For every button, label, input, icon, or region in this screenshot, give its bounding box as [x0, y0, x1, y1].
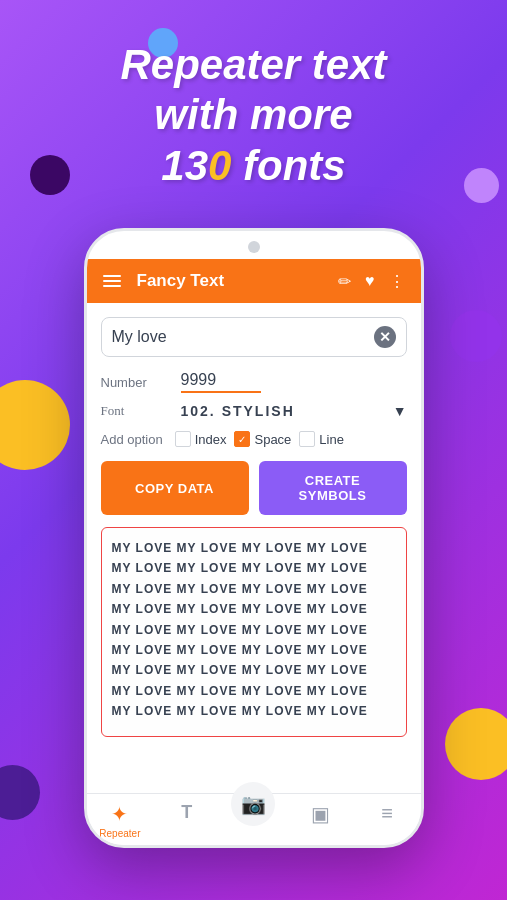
index-option[interactable]: Index	[175, 431, 227, 447]
result-line: MY LOVE MY LOVE MY LOVE MY LOVE	[112, 640, 396, 660]
add-option-label: Add option	[101, 432, 163, 447]
index-label: Index	[195, 432, 227, 447]
nav-repeater[interactable]: ✦ Repeater	[87, 802, 154, 839]
bottom-navigation: ✦ Repeater T 📷 ▣ ≡	[87, 793, 421, 845]
result-line: MY LOVE MY LOVE MY LOVE MY LOVE	[112, 558, 396, 578]
camera-icon: 📷	[241, 792, 266, 816]
deco-circle-yellow-left	[0, 380, 70, 470]
repeater-icon: ✦	[111, 802, 128, 826]
heart-icon[interactable]: ♥	[365, 272, 375, 290]
clear-button[interactable]: ✕	[374, 326, 396, 348]
font-name: 102. STYLISH	[181, 403, 295, 419]
result-area: MY LOVE MY LOVE MY LOVE MY LOVEMY LOVE M…	[101, 527, 407, 737]
search-bar: ✕	[101, 317, 407, 357]
hero-line3-highlight: 0	[208, 142, 231, 189]
font-selector[interactable]: 102. STYLISH ▼	[181, 403, 407, 419]
create-symbols-button[interactable]: CREATE SYMBOLS	[259, 461, 407, 515]
line-option[interactable]: Line	[299, 431, 344, 447]
pencil-icon[interactable]: ✏	[338, 272, 351, 291]
phone-mockup: Fancy Text ✏ ♥ ⋮ ✕ Number Font 102. STYL…	[84, 228, 424, 848]
index-checkbox[interactable]	[175, 431, 191, 447]
action-buttons: COPY DATA CREATE SYMBOLS	[101, 461, 407, 515]
hero-line3: 130 fonts	[20, 141, 487, 191]
hero-line2: with more	[20, 90, 487, 140]
app-content: ✕ Number Font 102. STYLISH ▼ Add option …	[87, 303, 421, 751]
app-title: Fancy Text	[137, 271, 323, 291]
dropdown-arrow-icon: ▼	[393, 403, 407, 419]
number-label: Number	[101, 375, 181, 390]
repeater-label: Repeater	[99, 828, 140, 839]
space-label: Space	[254, 432, 291, 447]
result-line: MY LOVE MY LOVE MY LOVE MY LOVE	[112, 620, 396, 640]
image-icon: ▣	[311, 802, 330, 826]
space-checkbox[interactable]	[234, 431, 250, 447]
font-row: Font 102. STYLISH ▼	[101, 403, 407, 419]
hero-text: Repeater text with more 130 fonts	[0, 40, 507, 191]
hero-line3-prefix: 13	[161, 142, 208, 189]
result-line: MY LOVE MY LOVE MY LOVE MY LOVE	[112, 681, 396, 701]
nav-image[interactable]: ▣	[287, 802, 354, 839]
result-line: MY LOVE MY LOVE MY LOVE MY LOVE	[112, 660, 396, 680]
text-icon: T	[181, 802, 192, 823]
result-line: MY LOVE MY LOVE MY LOVE MY LOVE	[112, 538, 396, 558]
list-icon: ≡	[381, 802, 393, 825]
line-label: Line	[319, 432, 344, 447]
line-checkbox[interactable]	[299, 431, 315, 447]
result-line: MY LOVE MY LOVE MY LOVE MY LOVE	[112, 599, 396, 619]
number-input[interactable]	[181, 371, 261, 393]
phone-notch	[248, 241, 260, 253]
header-icons: ✏ ♥ ⋮	[338, 272, 405, 291]
result-line: MY LOVE MY LOVE MY LOVE MY LOVE	[112, 701, 396, 721]
result-text: MY LOVE MY LOVE MY LOVE MY LOVEMY LOVE M…	[112, 538, 396, 722]
deco-circle-dark-bottom	[0, 765, 40, 820]
camera-button[interactable]: 📷	[231, 782, 275, 826]
nav-text[interactable]: T	[153, 802, 220, 839]
deco-circle-yellow-right	[445, 708, 507, 780]
hero-line1: Repeater text	[20, 40, 487, 90]
font-label: Font	[101, 403, 181, 419]
search-input[interactable]	[112, 328, 374, 346]
deco-circle-purple-mid	[450, 310, 502, 362]
space-option[interactable]: Space	[234, 431, 291, 447]
copy-data-button[interactable]: COPY DATA	[101, 461, 249, 515]
options-row: Add option Index Space Line	[101, 431, 407, 447]
hamburger-menu-icon[interactable]	[103, 275, 121, 287]
result-line: MY LOVE MY LOVE MY LOVE MY LOVE	[112, 579, 396, 599]
number-row: Number	[101, 371, 407, 393]
app-header: Fancy Text ✏ ♥ ⋮	[87, 259, 421, 303]
more-options-icon[interactable]: ⋮	[389, 272, 405, 291]
nav-list[interactable]: ≡	[354, 802, 421, 839]
hero-line3-suffix: fonts	[231, 142, 345, 189]
nav-camera[interactable]: 📷	[220, 802, 287, 839]
